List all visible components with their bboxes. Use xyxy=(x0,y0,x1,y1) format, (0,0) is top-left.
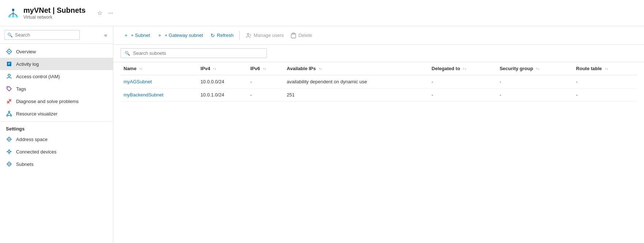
subnet-link-1[interactable]: myBackendSubnet xyxy=(124,92,163,98)
sidebar-nav: Overview Activity log Access control (IA… xyxy=(0,44,113,243)
available-ips-sort-icon: ↑↓ xyxy=(319,68,322,70)
page-title: Subnets xyxy=(57,6,86,14)
subnets-search-input[interactable] xyxy=(133,50,263,56)
sidebar-item-subnets[interactable]: Subnets xyxy=(0,158,113,170)
cell-route-table-1: - xyxy=(573,88,637,102)
sidebar-item-access-control[interactable]: Access control (IAM) xyxy=(0,70,113,83)
subnet-link-0[interactable]: myAGSubnet xyxy=(124,79,152,84)
refresh-label: Refresh xyxy=(217,33,234,38)
svg-point-19 xyxy=(8,111,10,113)
search-icon: 🔍 xyxy=(7,33,13,38)
svg-point-21 xyxy=(10,115,12,116)
col-delegated-to[interactable]: Delegated to ↑↓ xyxy=(429,62,497,75)
sidebar-item-overview[interactable]: Overview xyxy=(0,45,113,58)
cell-available-ips-1: 251 xyxy=(284,88,429,102)
address-space-icon xyxy=(6,136,12,143)
overview-icon xyxy=(6,48,12,55)
toolbar: ＋ + Subnet ＋ + Gateway subnet ↻ Refresh … xyxy=(113,26,644,45)
sidebar-item-address-space-label: Address space xyxy=(16,137,48,142)
cell-available-ips-0: availability dependent on dynamic use xyxy=(284,75,429,88)
refresh-icon: ↻ xyxy=(211,33,215,38)
svg-line-23 xyxy=(9,113,11,115)
svg-line-22 xyxy=(7,113,9,115)
col-ipv6[interactable]: IPv6 ↑↓ xyxy=(247,62,284,75)
col-security-group-label: Security group xyxy=(500,66,533,71)
svg-rect-3 xyxy=(16,15,18,18)
col-ipv4[interactable]: IPv4 ↑↓ xyxy=(197,62,247,75)
delegated-to-sort-icon: ↑↓ xyxy=(463,68,466,70)
subnets-search-icon: 🔍 xyxy=(125,51,130,56)
delete-label: Delete xyxy=(298,33,312,38)
col-delegated-to-label: Delegated to xyxy=(432,66,460,71)
sidebar-item-diagnose-label: Diagnose and solve problems xyxy=(16,99,79,104)
table-body: myAGSubnet 10.0.0.0/24 - availability de… xyxy=(121,75,637,102)
cell-delegated-to-0: - xyxy=(429,75,497,88)
iam-icon xyxy=(6,73,12,80)
sidebar-item-connected-devices[interactable]: Connected devices xyxy=(0,145,113,158)
tags-icon xyxy=(6,86,12,92)
logo-area: myVNet | Subnets Virtual network xyxy=(7,6,86,20)
add-gateway-label: + Gateway subnet xyxy=(164,33,203,38)
cell-ipv4-0: 10.0.0.0/24 xyxy=(197,75,247,88)
subnets-table-container: Name ↑↓ IPv4 ↑↓ IPv6 ↑↓ Available IPs xyxy=(113,62,644,243)
more-options-button[interactable]: ··· xyxy=(107,8,114,18)
sidebar-item-visualizer-label: Resource visualizer xyxy=(16,111,57,117)
sidebar-item-activity-log-label: Activity log xyxy=(16,61,39,67)
sidebar-item-tags[interactable]: Tags xyxy=(0,83,113,95)
svg-point-20 xyxy=(7,115,8,116)
svg-rect-39 xyxy=(292,33,295,34)
sidebar-item-overview-label: Overview xyxy=(16,49,36,54)
cell-ipv6-1: - xyxy=(247,88,284,102)
svg-point-34 xyxy=(247,34,249,35)
add-gateway-icon: ＋ xyxy=(157,32,162,39)
col-available-ips[interactable]: Available IPs ↑↓ xyxy=(284,62,429,75)
content-area: ＋ + Subnet ＋ + Gateway subnet ↻ Refresh … xyxy=(113,26,644,243)
sidebar-search-input[interactable] xyxy=(4,30,80,40)
main-layout: 🔍 « Overview Activity log xyxy=(0,26,644,243)
col-name[interactable]: Name ↑↓ xyxy=(121,62,197,75)
cell-delegated-to-1: - xyxy=(429,88,497,102)
svg-line-5 xyxy=(10,13,13,15)
subnets-table: Name ↑↓ IPv4 ↑↓ IPv6 ↑↓ Available IPs xyxy=(121,62,637,102)
toolbar-separator xyxy=(239,31,240,40)
col-security-group[interactable]: Security group ↑↓ xyxy=(497,62,573,75)
security-group-sort-icon: ↑↓ xyxy=(536,68,539,70)
cell-name-1: myBackendSubnet xyxy=(121,88,197,102)
svg-rect-10 xyxy=(7,62,11,66)
col-route-table[interactable]: Route table ↑↓ xyxy=(573,62,637,75)
visualizer-icon xyxy=(6,110,12,117)
sidebar-search-area: 🔍 « xyxy=(0,26,113,44)
sidebar-item-subnets-label: Subnets xyxy=(16,162,34,167)
cell-ipv4-1: 10.0.1.0/24 xyxy=(197,88,247,102)
svg-rect-2 xyxy=(12,15,14,18)
svg-rect-1 xyxy=(8,15,11,18)
add-gateway-subnet-button[interactable]: ＋ + Gateway subnet xyxy=(154,30,206,41)
table-row: myBackendSubnet 10.0.1.0/24 - 251 - - - xyxy=(121,88,637,102)
cell-security-group-0: - xyxy=(497,75,573,88)
header-title: myVNet | Subnets Virtual network xyxy=(23,6,86,20)
page-header: myVNet | Subnets Virtual network ☆ ··· xyxy=(0,0,644,26)
sidebar-item-activity-log[interactable]: Activity log xyxy=(0,58,113,70)
sidebar-item-tags-label: Tags xyxy=(16,86,26,92)
sidebar-item-address-space[interactable]: Address space xyxy=(0,133,113,145)
search-bar-inner: 🔍 xyxy=(121,48,267,58)
collapse-sidebar-button[interactable]: « xyxy=(103,31,109,39)
refresh-button[interactable]: ↻ Refresh xyxy=(208,31,237,40)
svg-point-13 xyxy=(8,74,10,76)
favorite-button[interactable]: ☆ xyxy=(96,8,104,18)
table-row: myAGSubnet 10.0.0.0/24 - availability de… xyxy=(121,75,637,88)
resource-type: Virtual network xyxy=(23,15,86,20)
ipv4-sort-icon: ↑↓ xyxy=(213,68,216,70)
vnet-logo-icon xyxy=(7,7,19,19)
add-subnet-label: + Subnet xyxy=(131,33,150,38)
svg-point-14 xyxy=(8,87,8,88)
sidebar-item-connected-devices-label: Connected devices xyxy=(16,149,57,155)
manage-users-button[interactable]: Manage users xyxy=(243,30,287,40)
diagnose-icon xyxy=(6,98,12,105)
sidebar-item-resource-visualizer[interactable]: Resource visualizer xyxy=(0,107,113,120)
sidebar-item-diagnose[interactable]: Diagnose and solve problems xyxy=(0,95,113,107)
add-subnet-button[interactable]: ＋ + Subnet xyxy=(121,30,153,41)
delete-button[interactable]: Delete xyxy=(288,30,315,40)
cell-ipv6-0: - xyxy=(247,75,284,88)
name-sort-icon: ↑↓ xyxy=(139,68,143,70)
